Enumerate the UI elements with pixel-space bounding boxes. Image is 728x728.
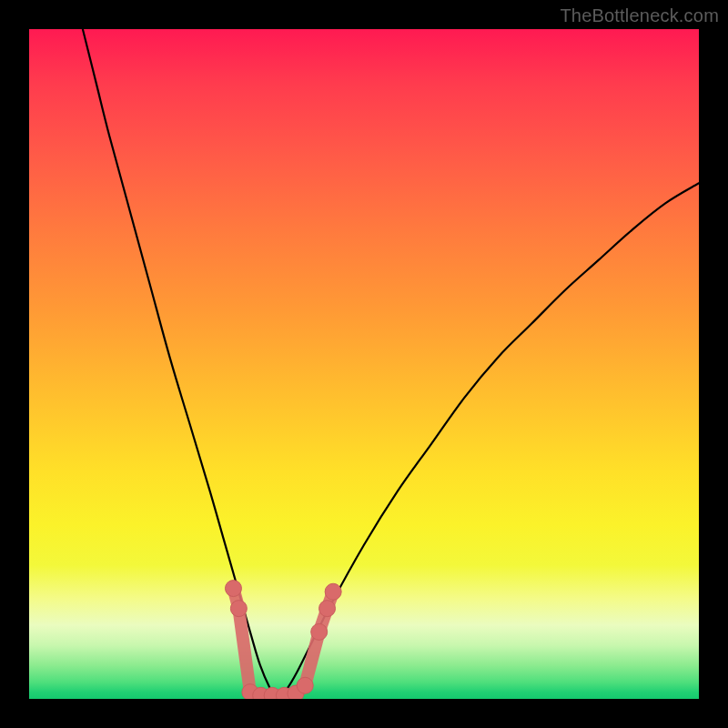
marker-point [230,601,247,617]
watermark-text: TheBottleneck.com [560,5,719,26]
chart-frame: TheBottleneck.com [0,0,728,728]
marker-point [297,677,313,693]
plot-area [29,29,699,699]
marker-point [319,601,336,617]
curve-layer [29,29,699,699]
marker-point [311,623,328,640]
bottleneck-curve [83,29,699,699]
marker-connector [233,589,333,696]
marker-point [325,583,341,600]
marker-point [225,581,241,597]
